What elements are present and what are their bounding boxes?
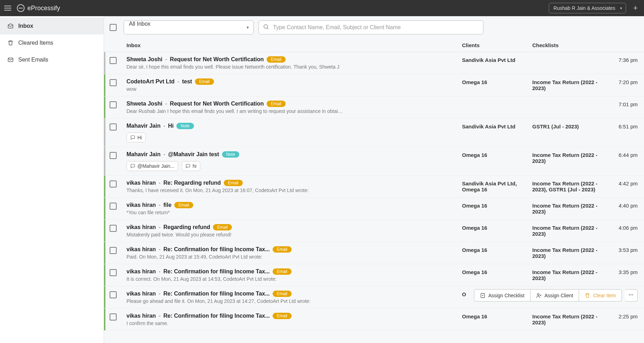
svg-point-6 <box>632 294 633 296</box>
row-clients <box>462 101 532 114</box>
inbox-row[interactable]: CodetoArt Pvt Ltd - testEmailwowOmega 16… <box>104 74 644 96</box>
row-subject: Request for Net Worth Certification <box>170 101 264 107</box>
email-badge: Email <box>273 313 292 319</box>
chip-label: @Mahavir Jain... <box>137 163 174 169</box>
inbox-row[interactable]: vikas hiran - Re: Confirmation for filin… <box>104 242 644 264</box>
row-sender: Mahavir Jain <box>126 123 161 129</box>
row-checkbox[interactable] <box>110 180 117 188</box>
row-checkbox[interactable] <box>110 269 117 276</box>
email-badge: Email <box>267 101 286 107</box>
comment-chip[interactable]: Hi <box>126 133 146 142</box>
row-preview: Please go ahead and file it. On Mon, 21 … <box>126 298 344 304</box>
hover-action-bar: Assign ChecklistAssign ClientClear Item <box>474 289 638 301</box>
svg-point-5 <box>631 294 632 296</box>
row-checklists: Income Tax Return (2022 - 2023) <box>532 78 603 92</box>
row-title: vikas hiran - Re: Confirmation for filin… <box>126 268 456 275</box>
row-main: vikas hiran - Re: Regarding refundEmailT… <box>126 180 462 193</box>
separator: - <box>177 78 179 85</box>
row-clients: Omega 16 <box>462 224 532 237</box>
chip-label: Hi <box>137 135 142 140</box>
row-checkbox[interactable] <box>110 203 117 210</box>
row-clients: Omega 16 <box>462 313 532 326</box>
row-time: 6:44 pm <box>603 151 638 171</box>
row-title: vikas hiran - Re: Confirmation for filin… <box>126 313 456 319</box>
row-preview: Dear Rushab Jain I hope this email finds… <box>126 108 344 114</box>
row-checkbox[interactable] <box>110 291 117 298</box>
add-button[interactable]: + <box>631 4 640 13</box>
assign-checklist-button[interactable]: Assign Checklist <box>474 289 531 301</box>
inbox-row[interactable]: Shweta Joshi - Request for Net Worth Cer… <box>104 52 644 74</box>
sidebar-item-label: Sent Emails <box>18 57 48 63</box>
filter-row: All Inbox <box>104 16 644 39</box>
row-main: vikas hiran - fileEmail*You can file ret… <box>126 202 462 215</box>
row-main: vikas hiran - Re: Confirmation for filin… <box>126 268 462 282</box>
logo-icon <box>17 4 25 12</box>
trash-icon <box>7 39 14 46</box>
row-title: vikas hiran - Re: Regarding refundEmail <box>126 180 456 186</box>
comment-icon <box>130 135 135 140</box>
sidebar-item-inbox[interactable]: Inbox <box>0 18 104 34</box>
row-sender: Mahavir Jain <box>126 151 161 158</box>
inbox-row[interactable]: vikas hiran - Re: Confirmation for filin… <box>104 264 644 286</box>
row-checkbox[interactable] <box>110 101 117 108</box>
row-subject: Re: Confirmation for filing Income Tax..… <box>163 313 270 319</box>
row-sender: CodetoArt Pvt Ltd <box>126 78 175 85</box>
row-checkbox[interactable] <box>110 225 117 232</box>
inbox-icon <box>7 23 14 30</box>
inbox-row[interactable]: vikas hiran - Re: Confirmation for filin… <box>104 309 644 331</box>
app-logo[interactable]: eProcessify <box>17 4 60 12</box>
inbox-row[interactable]: Shweta Joshi - Request for Net Worth Cer… <box>104 96 644 119</box>
row-title: Shweta Joshi - Request for Net Worth Cer… <box>126 101 456 107</box>
row-checkbox[interactable] <box>110 57 117 64</box>
row-subject: Re: Confirmation for filing Income Tax..… <box>163 246 270 253</box>
row-clients: Omega 16 <box>462 268 532 282</box>
inbox-row[interactable]: Mahavir Jain - HiNoteHiSandivik Asia Pvt… <box>104 119 644 147</box>
separator: - <box>163 151 165 158</box>
assign-client-button[interactable]: Assign Client <box>531 289 579 301</box>
sidebar-item-cleared[interactable]: Cleared Items <box>0 34 104 51</box>
row-clients: Omega 16 <box>462 246 532 260</box>
row-checkbox[interactable] <box>110 152 117 159</box>
inbox-filter-dropdown[interactable]: All Inbox <box>124 20 254 34</box>
separator: - <box>159 180 161 186</box>
row-title: vikas hiran - Regarding refundEmail <box>126 224 456 230</box>
row-subject: Request for Net Worth Certification <box>170 56 264 63</box>
col-checklists: Checklists <box>532 42 603 48</box>
row-checkbox[interactable] <box>110 247 117 254</box>
more-actions-button[interactable] <box>625 289 638 301</box>
dropdown-value: All Inbox <box>124 20 254 34</box>
user-plus-icon <box>536 293 542 298</box>
inbox-list[interactable]: Shweta Joshi - Request for Net Worth Cer… <box>104 52 644 343</box>
inbox-row[interactable]: vikas hiran - fileEmail*You can file ret… <box>104 198 644 220</box>
row-title: vikas hiran - Re: Confirmation for filin… <box>126 291 456 297</box>
row-checkbox[interactable] <box>110 123 117 131</box>
row-sender: vikas hiran <box>126 246 156 253</box>
row-preview: Dear sir, I hope this email finds you we… <box>126 64 344 70</box>
inbox-row[interactable]: vikas hiran - Regarding refundEmailMista… <box>104 220 644 242</box>
comment-icon <box>130 164 135 169</box>
row-title: Mahavir Jain - @Mahavir Jain testNote <box>126 151 456 158</box>
row-checklists <box>532 101 603 114</box>
separator: - <box>159 313 161 319</box>
sidebar-item-sent[interactable]: Sent Emails <box>0 51 104 68</box>
search-input[interactable] <box>259 20 483 34</box>
row-checkbox[interactable] <box>110 79 117 86</box>
comment-chip[interactable]: @Mahavir Jain... <box>126 161 178 171</box>
row-time: 7:36 pm <box>603 56 638 70</box>
svg-point-4 <box>629 294 630 296</box>
inbox-row[interactable]: Mahavir Jain - @Mahavir Jain testNote@Ma… <box>104 147 644 176</box>
row-sender: vikas hiran <box>126 202 156 208</box>
sidebar-item-label: Inbox <box>18 23 33 29</box>
clear-item-button[interactable]: Clear Item <box>579 289 622 301</box>
select-all-checkbox[interactable] <box>110 24 117 31</box>
row-checklists: Income Tax Return (2022 - 2023) <box>532 268 603 282</box>
separator: - <box>165 101 167 107</box>
menu-toggle[interactable] <box>4 4 13 12</box>
sent-icon <box>7 56 14 63</box>
row-sender: vikas hiran <box>126 313 156 319</box>
inbox-row[interactable]: vikas hiran - Re: Confirmation for filin… <box>104 286 644 309</box>
comment-chip[interactable]: hi <box>182 161 200 171</box>
inbox-row[interactable]: vikas hiran - Re: Regarding refundEmailT… <box>104 176 644 198</box>
account-dropdown[interactable]: Rushab R Jain & Associates <box>549 3 626 13</box>
row-checkbox[interactable] <box>110 313 117 320</box>
